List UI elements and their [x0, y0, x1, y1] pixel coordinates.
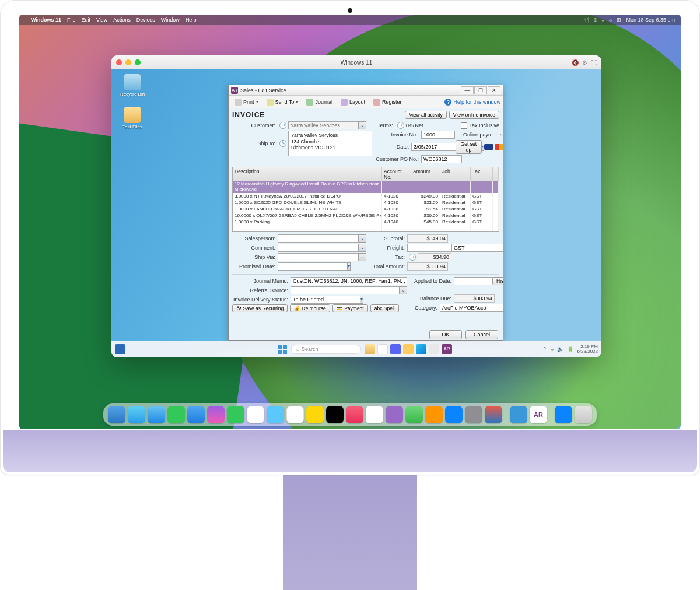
dock-mail-icon[interactable]: [187, 406, 205, 423]
date-field[interactable]: ▾: [411, 143, 452, 151]
print-button[interactable]: Print▾: [231, 97, 262, 107]
taskbar-clock[interactable]: 2:19 PM 6/23/2023: [577, 345, 598, 354]
freight-field[interactable]: ▾: [407, 244, 448, 252]
salesperson-combo[interactable]: ⌄: [278, 234, 366, 243]
dock-photos-icon[interactable]: [207, 406, 225, 423]
battery-icon[interactable]: 🔋: [567, 346, 573, 352]
tax-inclusive-checkbox[interactable]: [461, 122, 467, 129]
dropdown-icon[interactable]: ⌄: [358, 121, 366, 129]
expand-icon[interactable]: ⛶: [591, 59, 597, 66]
invoice-line-row[interactable]: 3.0000 x NT P.Mayhew 28/03/2017 Installe…: [233, 193, 499, 199]
dock-downloads-icon[interactable]: [555, 406, 572, 423]
invoice-no-field[interactable]: [421, 131, 455, 139]
dock-notes-icon[interactable]: [306, 406, 324, 423]
dock-tv-icon[interactable]: [326, 406, 344, 423]
customer-field[interactable]: [288, 121, 358, 129]
menu-edit[interactable]: Edit: [81, 17, 90, 23]
calendar-icon[interactable]: ▾: [347, 262, 351, 271]
col-account-no[interactable]: Account No.: [382, 167, 411, 181]
dock-settings-icon[interactable]: [465, 406, 482, 423]
dock-keynote-icon[interactable]: [425, 406, 443, 423]
ship-to-box[interactable]: Yarra Valley Services134 Church stRichmo…: [288, 131, 372, 156]
tray-chevron-icon[interactable]: ⌃: [542, 346, 547, 352]
app-menu[interactable]: Windows 11: [31, 17, 61, 23]
send-to-button[interactable]: Send To▾: [263, 97, 302, 107]
dropdown-icon[interactable]: ⌄: [358, 253, 366, 261]
taskview-icon[interactable]: [377, 344, 388, 354]
parallels-titlebar[interactable]: Windows 11 🔇 ⚙ ⛶: [111, 55, 601, 69]
zoom-icon[interactable]: [135, 59, 141, 65]
desktop-icon-test-files[interactable]: Test Files: [116, 107, 149, 129]
dock-calendar-icon[interactable]: [247, 406, 264, 423]
menu-help[interactable]: Help: [186, 17, 197, 23]
dropdown-icon[interactable]: ⌄: [358, 234, 366, 243]
minimize-icon[interactable]: [125, 59, 131, 65]
menu-view[interactable]: View: [96, 17, 107, 23]
customer-lookup-icon[interactable]: ⇢: [279, 122, 286, 129]
invoice-line-row[interactable]: 1.0000 x LANFHB BRACKET MTG STD FXD NAIL…: [233, 206, 499, 212]
empty-line-row[interactable]: [233, 225, 499, 231]
promised-date-field[interactable]: ▾: [278, 262, 317, 271]
col-tax[interactable]: Tax: [471, 167, 493, 181]
spell-button[interactable]: abc Spell: [370, 304, 399, 312]
help-link[interactable]: ?Help for this window: [444, 99, 501, 106]
cancel-button[interactable]: Cancel: [466, 330, 498, 339]
app-icon[interactable]: [429, 344, 439, 354]
delivery-combo[interactable]: ▾: [290, 296, 343, 304]
view-all-activity-button[interactable]: View all activity: [405, 111, 446, 119]
menubar-clock[interactable]: Mon 18 Sep 6:35 pm: [626, 17, 675, 23]
col-description[interactable]: Description: [233, 167, 382, 181]
dock-podcasts-icon[interactable]: [386, 406, 403, 423]
ok-button[interactable]: OK: [429, 330, 462, 339]
dock-safari-icon[interactable]: [148, 406, 165, 423]
dock-facetime-icon[interactable]: [227, 406, 244, 423]
journal-memo-field[interactable]: [290, 277, 407, 285]
screenshare-icon[interactable]: ⎚: [594, 17, 597, 23]
dock-win11-icon[interactable]: [510, 406, 527, 423]
dock-trash-icon[interactable]: [575, 406, 592, 423]
referral-combo[interactable]: ⌄: [290, 286, 407, 294]
menu-window[interactable]: Window: [161, 17, 180, 23]
menu-devices[interactable]: Devices: [136, 17, 155, 23]
win-close-button[interactable]: ✕: [488, 86, 501, 94]
journal-button[interactable]: Journal: [303, 97, 336, 107]
customer-po-field[interactable]: [421, 155, 462, 163]
ship-via-combo[interactable]: ⌄: [278, 253, 366, 261]
wifi-icon[interactable]: ⏚: [601, 17, 604, 23]
dock-music-icon[interactable]: [346, 406, 363, 423]
desktop-icon-recycle-bin[interactable]: Recycle Bin: [116, 74, 149, 97]
dock-news-icon[interactable]: [366, 406, 383, 423]
dock-contacts-icon[interactable]: [267, 406, 284, 423]
comment-combo[interactable]: ⌄: [278, 244, 366, 252]
save-recurring-button[interactable]: 🗘 Save as Recurring: [232, 304, 288, 312]
dock-appstore-icon[interactable]: [445, 406, 463, 423]
win-maximize-button[interactable]: ☐: [474, 86, 487, 94]
edge-icon[interactable]: [416, 344, 426, 354]
customer-combo[interactable]: ⌄: [288, 121, 366, 129]
invoice-line-row[interactable]: 12 Maroondah Highway Ringwood Install Do…: [233, 181, 499, 193]
coherence-icon[interactable]: Ψ|: [584, 17, 590, 23]
myob-titlebar[interactable]: AR Sales - Edit Service — ☐ ✕: [229, 85, 503, 96]
dock-reminders-icon[interactable]: [286, 406, 304, 423]
col-job[interactable]: Job: [440, 167, 471, 181]
widgets-icon[interactable]: [115, 344, 125, 354]
sound-icon[interactable]: 🔈: [557, 346, 564, 352]
reimburse-button[interactable]: 💰 Reimburse: [290, 304, 330, 312]
view-online-invoice-button[interactable]: View online invoice: [449, 111, 499, 119]
tax-detail-icon[interactable]: ⇢: [409, 254, 416, 261]
explorer-icon[interactable]: [365, 344, 375, 354]
start-button[interactable]: [277, 344, 288, 354]
menu-actions[interactable]: Actions: [113, 17, 131, 23]
volume-icon[interactable]: 🔇: [572, 59, 579, 66]
category-combo[interactable]: ⌄: [440, 304, 498, 312]
dock-messages-icon[interactable]: [167, 406, 185, 423]
freight-tax-combo[interactable]: ⌄: [452, 244, 474, 252]
win-minimize-button[interactable]: —: [461, 86, 474, 94]
settings-icon[interactable]: ⚙: [582, 59, 587, 66]
get-setup-button[interactable]: Get set up: [456, 140, 482, 154]
dock-launchpad-icon[interactable]: [128, 406, 145, 423]
dock-parallels-icon[interactable]: [485, 406, 502, 423]
dropdown-icon[interactable]: ⌄: [358, 244, 366, 252]
chat-icon[interactable]: [390, 344, 401, 354]
myob-taskbar-icon[interactable]: AR: [442, 344, 452, 354]
